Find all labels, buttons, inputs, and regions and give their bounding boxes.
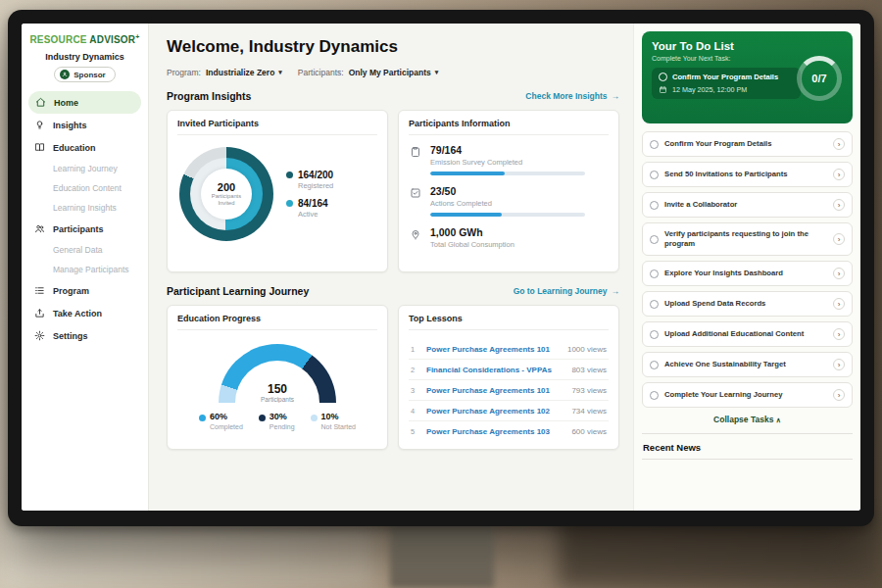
- checkbox-circle-icon: [659, 73, 667, 81]
- task-label: Complete Your Learning Journey: [664, 390, 827, 400]
- info-label: Emission Survey Completed: [430, 158, 585, 167]
- lesson-link[interactable]: Financial Considerations - VPPAs: [426, 366, 564, 374]
- task-checkbox[interactable]: [650, 300, 659, 309]
- program-filter-dropdown[interactable]: Industrialize Zero ▾: [206, 68, 282, 77]
- legend-pct: 60%: [210, 412, 227, 421]
- sidebar-item-learning-journey[interactable]: Learning Journey: [22, 159, 148, 178]
- sidebar-item-label: Education: [53, 143, 96, 153]
- task-row[interactable]: Invite a Collaborator ›: [642, 192, 853, 218]
- task-row[interactable]: Explore Your Insights Dashboard ›: [642, 261, 853, 286]
- legend-pct: 30%: [270, 412, 287, 421]
- task-checkbox[interactable]: [650, 391, 659, 400]
- task-row[interactable]: Verify participants requesting to join t…: [642, 222, 853, 256]
- arrow-right-icon: →: [612, 286, 620, 296]
- invited-donut-chart: 200 Participants Invited: [179, 147, 273, 241]
- invited-participants-card: Invited Participants 200 Participants In…: [167, 110, 388, 272]
- lesson-link[interactable]: Power Purchase Agreements 102: [426, 407, 564, 416]
- sidebar-item-general-data[interactable]: General Data: [22, 240, 148, 260]
- task-row[interactable]: Upload Additional Educational Content ›: [642, 321, 853, 347]
- people-icon: [34, 223, 46, 234]
- lesson-row: 3 Power Purchase Agreements 101 793 view…: [409, 380, 609, 401]
- chevron-down-icon: ▾: [278, 69, 282, 76]
- link-label: Check More Insights: [525, 91, 607, 101]
- chevron-down-icon: ▾: [435, 69, 439, 76]
- task-row[interactable]: Achieve One Sustainability Target ›: [642, 352, 853, 377]
- education-progress-card: Education Progress 150 Participants: [167, 305, 388, 450]
- monitor-stand: [390, 517, 494, 588]
- card-title: Top Lessons: [409, 314, 609, 330]
- sidebar-item-insights[interactable]: Insights: [22, 114, 148, 136]
- lesson-row: 2 Financial Considerations - VPPAs 803 v…: [409, 360, 609, 380]
- task-label: Invite a Collaborator: [664, 200, 827, 210]
- lightbulb-icon: [34, 120, 46, 130]
- task-checkbox[interactable]: [650, 171, 659, 179]
- sidebar: RESOURCE ADVISOR+ Industry Dynamics Spon…: [22, 24, 149, 511]
- calendar-icon: [659, 85, 667, 94]
- legend-not-started: 10% Not Started: [311, 412, 356, 430]
- legend-value: 164/200: [298, 170, 333, 180]
- task-row[interactable]: Confirm Your Program Details ›: [642, 131, 853, 157]
- task-checkbox[interactable]: [650, 235, 659, 244]
- lesson-link[interactable]: Power Purchase Agreements 103: [426, 427, 564, 436]
- participants-filter-dropdown[interactable]: Only My Participants ▾: [349, 68, 439, 77]
- legend-pending: 30% Pending: [259, 412, 295, 430]
- sidebar-item-education[interactable]: Education: [22, 136, 148, 159]
- legend-dot-navy: [259, 415, 266, 421]
- task-checkbox[interactable]: [650, 330, 659, 339]
- legend-value: 84/164: [298, 198, 328, 209]
- task-label: Send 50 Invitations to Participants: [664, 170, 827, 179]
- legend-label: Not Started: [321, 423, 356, 430]
- program-filter-value: Industrialize Zero: [206, 68, 274, 77]
- task-label: Upload Spend Data Records: [664, 299, 827, 309]
- card-title: Participants Information: [409, 119, 609, 135]
- sidebar-item-home[interactable]: Home: [28, 91, 141, 114]
- legend-dot-blue: [199, 415, 206, 421]
- chevron-right-icon: ›: [833, 138, 845, 150]
- sidebar-item-learning-insights[interactable]: Learning Insights: [22, 198, 148, 218]
- gauge-label: Participants: [219, 396, 336, 403]
- checklist-icon: [409, 187, 422, 199]
- collapse-tasks-link[interactable]: Collapse Tasks ∧: [642, 415, 853, 424]
- task-row[interactable]: Send 50 Invitations to Participants ›: [642, 162, 853, 187]
- gauge-center: 150 Participants: [219, 382, 336, 403]
- sidebar-item-label: Manage Participants: [53, 265, 129, 274]
- sidebar-item-label: Education Content: [53, 183, 122, 193]
- sidebar-item-education-content[interactable]: Education Content: [22, 178, 148, 198]
- check-more-insights-link[interactable]: Check More Insights →: [525, 91, 619, 101]
- sidebar-item-participants[interactable]: Participants: [22, 218, 148, 240]
- sidebar-item-label: Learning Journey: [53, 164, 118, 173]
- go-to-learning-journey-link[interactable]: Go to Learning Journey →: [514, 286, 619, 296]
- participants-filter-value: Only My Participants: [349, 68, 431, 77]
- todo-panel: Your To Do List Complete Your Next Task:…: [633, 24, 860, 511]
- lesson-link[interactable]: Power Purchase Agreements 101: [426, 386, 564, 395]
- education-gauge-chart: 150 Participants: [219, 344, 336, 403]
- task-row[interactable]: Complete Your Learning Journey ›: [642, 382, 853, 408]
- legend-label: Completed: [210, 423, 243, 430]
- info-label: Total Global Consumption: [430, 240, 514, 249]
- task-checkbox[interactable]: [650, 201, 659, 210]
- task-checkbox[interactable]: [650, 361, 659, 369]
- sidebar-item-program[interactable]: Program: [22, 279, 148, 302]
- task-checkbox[interactable]: [650, 270, 659, 278]
- legend-pct: 10%: [321, 412, 339, 421]
- sponsor-badge[interactable]: Sponsor: [54, 67, 115, 82]
- sidebar-item-label: Home: [54, 98, 78, 108]
- task-row[interactable]: Upload Spend Data Records ›: [642, 291, 853, 317]
- sidebar-item-manage-participants[interactable]: Manage Participants: [22, 260, 148, 279]
- chevron-right-icon: ›: [833, 359, 845, 370]
- card-title: Invited Participants: [177, 119, 377, 135]
- next-task-chip[interactable]: Confirm Your Program Details 12 May 2025…: [652, 68, 801, 99]
- brand-name-advisor: ADVISOR: [89, 34, 135, 45]
- sidebar-item-label: Take Action: [53, 309, 102, 318]
- legend-active: 84/164 Active: [286, 198, 333, 219]
- sidebar-item-settings[interactable]: Settings: [22, 324, 148, 347]
- sidebar-item-label: Program: [53, 286, 89, 296]
- sidebar-item-take-action[interactable]: Take Action: [22, 302, 148, 324]
- sidebar-item-label: Settings: [53, 331, 88, 341]
- lesson-rank: 2: [411, 366, 418, 374]
- task-checkbox[interactable]: [650, 140, 659, 149]
- lesson-link[interactable]: Power Purchase Agreements 101: [426, 345, 560, 354]
- lesson-row: 4 Power Purchase Agreements 102 734 view…: [409, 401, 609, 421]
- collapse-label: Collapse Tasks: [713, 415, 773, 424]
- lesson-views: 734 views: [571, 407, 607, 416]
